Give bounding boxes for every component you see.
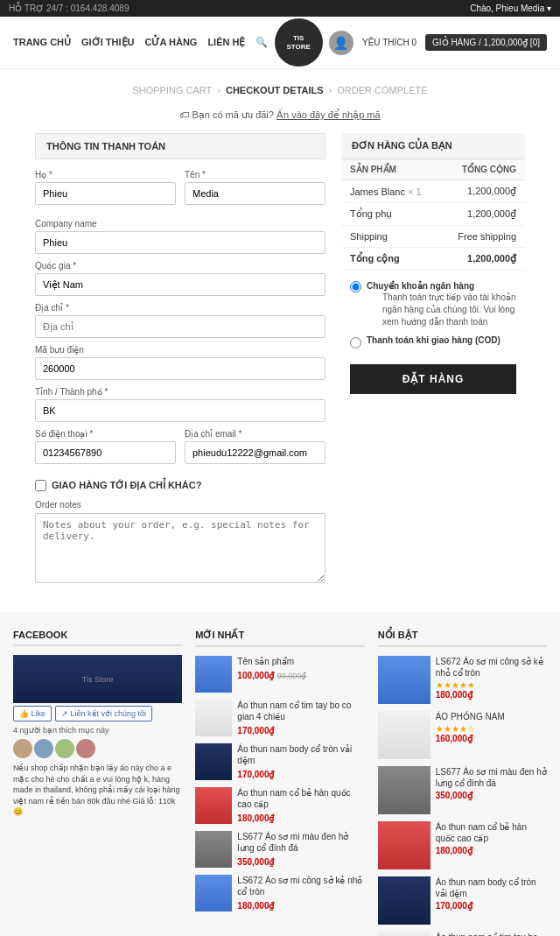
featured-item[interactable]: Áo thun nam cổ bẻ hàn quốc cao cấp 180,0…: [378, 821, 547, 869]
latest-item-name: Áo thun nam cổ tim tay bo co gian 4 chiề…: [237, 700, 364, 722]
col-product-header: SẢN PHẨM: [341, 159, 440, 180]
cart-button[interactable]: GIỎ HÀNG / 1,200,000₫ [0]: [425, 34, 547, 51]
featured-item[interactable]: LS677 Áo sơ mi màu đen hở lưng cổ đính đ…: [378, 766, 547, 814]
payment-cod-option: Thanh toán khi giao hàng (COD): [350, 335, 516, 348]
latest-item[interactable]: LS677 Áo sơ mi màu đen hở lưng cổ đính đ…: [195, 831, 364, 868]
order-notes-textarea[interactable]: [35, 513, 326, 583]
featured-thumb: [378, 711, 430, 759]
latest-item-name: LS677 Áo sơ mi màu đen hở lưng cổ đính đ…: [237, 831, 364, 854]
subtotal-value: 1,200,000₫: [440, 203, 525, 226]
featured-item[interactable]: Áo thun nam cổ tim tay bo co gian 4 chiề…: [378, 932, 547, 936]
nav-shop[interactable]: CỬA HÀNG: [144, 37, 197, 48]
email-input[interactable]: [185, 441, 326, 464]
payment-cod-radio[interactable]: [350, 337, 361, 348]
coupon-link[interactable]: Ấn vào đây để nhập mã: [276, 109, 381, 120]
place-order-button[interactable]: ĐẶT HÀNG: [350, 364, 516, 394]
featured-item-price: 180,000₫: [436, 690, 547, 700]
coupon-text: 🏷 Bạn có mã ưu đãi?: [179, 109, 274, 120]
featured-thumb: [378, 656, 430, 704]
nav-about[interactable]: GIỚI THIỆU: [81, 37, 134, 48]
ship-different-checkbox[interactable]: [35, 480, 46, 491]
featured-item-info: Áo thun nam cổ bẻ hàn quốc cao cấp 180,0…: [436, 821, 547, 855]
breadcrumb-sep1: ›: [217, 85, 220, 95]
order-notes-label: Order notes: [35, 500, 326, 510]
facebook-widget: FACEBOOK Tis Store 👍 Like ↗ Liên kết với…: [13, 630, 182, 936]
phone-label: Số điện thoại *: [35, 429, 176, 439]
country-input[interactable]: [35, 273, 326, 296]
latest-item[interactable]: Áo thun nam cổ bẻ hàn quốc cao cấp 180,0…: [195, 787, 364, 824]
address-group: Địa chỉ *: [35, 303, 326, 338]
breadcrumb-complete[interactable]: ORDER COMPLETE: [337, 85, 427, 95]
latest-item-info: Tên sản phẩm 100,000₫ 90,000₫: [237, 656, 364, 681]
search-icon[interactable]: 🔍: [256, 37, 268, 48]
company-input[interactable]: [35, 231, 326, 254]
featured-item-info: LS677 Áo sơ mi màu đen hở lưng cổ đính đ…: [436, 766, 547, 800]
latest-item-info: Áo thun nam cổ bẻ hàn quốc cao cấp 180,0…: [237, 787, 364, 824]
user-account-icon[interactable]: 👤: [329, 31, 354, 55]
phone-input[interactable]: [35, 441, 176, 464]
facebook-share-button[interactable]: ↗ Liên kết với chúng tôi: [55, 706, 152, 721]
payment-bank-option: Chuyển khoản ngân hàng Thanh toán trực t…: [350, 279, 516, 328]
city-input[interactable]: [35, 399, 326, 422]
latest-item[interactable]: Áo thun nam cổ tim tay bo co gian 4 chiề…: [195, 700, 364, 736]
facebook-like-button[interactable]: 👍 Like: [13, 706, 52, 721]
wishlist-button[interactable]: YÊU THÍCH 0: [362, 38, 416, 47]
total-label: Tổng cộng: [341, 248, 440, 271]
site-header: TRANG CHỦ GIỚI THIỆU CỬA HÀNG LIÊN HỆ 🔍 …: [0, 17, 560, 69]
latest-item[interactable]: LS672 Áo sơ mi công sở kẻ nhỏ cổ tròn 18…: [195, 875, 364, 911]
order-summary: ĐƠN HÀNG CỦA BẠN SẢN PHẨM TỔNG CỘNG Jame…: [341, 133, 525, 586]
featured-item[interactable]: Áo thun nam body cổ tròn vải dệm 170,000…: [378, 876, 547, 925]
featured-item[interactable]: LS672 Áo sơ mi công sở kẻ nhỏ cổ tròn ★★…: [378, 656, 547, 704]
order-item-row: James Blanc × 1 1,200,000₫: [341, 180, 525, 203]
featured-thumb: [378, 932, 430, 936]
fb-avatar-2: [34, 739, 53, 758]
coupon-row: 🏷 Bạn có mã ưu đãi? Ấn vào đây để nhập m…: [0, 104, 560, 133]
featured-list: LS672 Áo sơ mi công sở kẻ nhỏ cổ tròn ★★…: [378, 656, 547, 936]
fb-avatar-3: [55, 739, 74, 758]
footer-widgets: FACEBOOK Tis Store 👍 Like ↗ Liên kết với…: [0, 612, 560, 936]
latest-item[interactable]: Áo thun nam body cổ tròn vải dệm 170,000…: [195, 743, 364, 780]
last-name-input[interactable]: [35, 182, 176, 205]
nav-contact[interactable]: LIÊN HỆ: [207, 37, 245, 48]
breadcrumb-cart[interactable]: SHOPPING CART: [132, 85, 212, 95]
email-label: Địa chỉ email *: [185, 429, 326, 439]
featured-widget: NỔI BẬT LS672 Áo sơ mi công sở kẻ nhỏ cổ…: [378, 630, 547, 936]
last-name-group: Họ *: [35, 170, 176, 205]
company-label: Company name: [35, 219, 326, 229]
payment-bank-radio[interactable]: [350, 281, 361, 292]
latest-item-price: 170,000₫: [237, 724, 364, 736]
latest-widget-title: MỚI NHẤT: [195, 630, 364, 647]
latest-item-price: 170,000₫: [237, 768, 364, 780]
latest-widget: MỚI NHẤT Tên sản phẩm 100,000₫ 90,000₫ Á…: [195, 630, 364, 936]
latest-item-name: Tên sản phẩm: [237, 656, 364, 667]
featured-item-info: Áo thun nam body cổ tròn vải dệm 170,000…: [436, 876, 547, 911]
latest-thumb: [195, 787, 232, 824]
top-bar-right: Chào, Phieu Media ▾: [470, 4, 551, 13]
postal-input[interactable]: [35, 357, 326, 380]
featured-item-stars: ★★★★★: [436, 680, 547, 690]
breadcrumb-sep2: ›: [329, 85, 332, 95]
order-notes-section: Order notes: [35, 500, 326, 586]
first-name-group: Tên *: [185, 170, 326, 205]
nav-home[interactable]: TRANG CHỦ: [13, 37, 71, 48]
featured-item[interactable]: ÁO PHỒNG NAM ★★★★☆ 160,000₫: [378, 711, 547, 759]
company-group: Company name: [35, 219, 326, 254]
payment-bank-desc: Thanh toán trực tiếp vào tài khoản ngân …: [382, 292, 516, 328]
featured-item-name: Áo thun nam cổ tim tay bo co gian 4 chiề…: [436, 932, 547, 936]
order-item-name: James Blanc × 1: [341, 180, 440, 203]
facebook-actions: 👍 Like ↗ Liên kết với chúng tôi: [13, 706, 182, 721]
latest-item[interactable]: Tên sản phẩm 100,000₫ 90,000₫: [195, 656, 364, 693]
postal-label: Mã bưu điện: [35, 345, 326, 355]
first-name-input[interactable]: [185, 182, 326, 205]
email-group: Địa chỉ email *: [185, 429, 326, 464]
latest-item-price: 180,000₫: [237, 812, 364, 824]
top-support: HỖ TRỢ 24/7 : 0164.428.4089: [9, 4, 129, 13]
main-nav: TRANG CHỦ GIỚI THIỆU CỬA HÀNG LIÊN HỆ 🔍: [13, 37, 268, 48]
featured-item-price: 170,000₫: [436, 901, 547, 911]
col-total-header: TỔNG CỘNG: [440, 159, 525, 180]
address-input[interactable]: [35, 315, 326, 338]
country-label: Quốc gia *: [35, 261, 326, 271]
featured-item-info: Áo thun nam cổ tim tay bo co gian 4 chiề…: [436, 932, 547, 936]
first-name-label: Tên *: [185, 170, 326, 179]
latest-thumb: [195, 875, 232, 911]
